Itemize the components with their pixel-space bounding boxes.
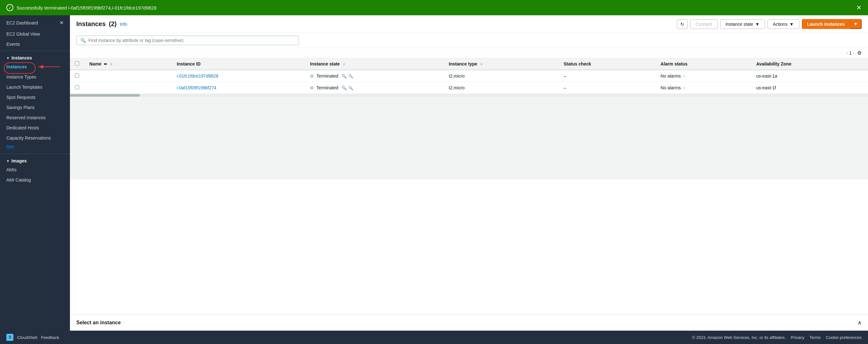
- chevron-down-icon: ▼: [6, 56, 9, 60]
- row2-alarm-text: No alarms: [661, 85, 681, 90]
- sidebar-instances-section[interactable]: ▼ Instances: [0, 52, 70, 62]
- search-input[interactable]: [88, 38, 295, 43]
- sidebar-ami-catalog-label: AMI Catalog: [6, 178, 31, 183]
- row1-add-alarm-icon[interactable]: +: [683, 73, 685, 79]
- select-instance-panel: Select an instance ∧: [70, 314, 868, 331]
- launch-instances-dropdown-button[interactable]: ▼: [850, 19, 862, 29]
- row2-status: –: [559, 82, 656, 94]
- row2-zoom-icons: 🔍 🔍: [341, 86, 354, 90]
- col-alarm-status: Alarm status: [656, 58, 751, 70]
- sidebar-events[interactable]: Events: [0, 39, 70, 49]
- row2-instance-id: i-0af15f09f199bf274: [172, 82, 305, 94]
- edit-icon: ✏: [104, 62, 107, 66]
- row1-az: us-east-1a: [751, 70, 868, 82]
- row1-state-text: Terminated: [316, 73, 338, 79]
- collapse-panel-button[interactable]: ∧: [858, 319, 862, 326]
- sidebar-item-amis[interactable]: AMIs: [0, 165, 70, 175]
- row1-alarm: No alarms +: [656, 70, 751, 82]
- sidebar-item-reserved-instances[interactable]: Reserved Instances: [0, 113, 70, 123]
- table-settings-button[interactable]: ⚙: [857, 50, 862, 56]
- instances-table-wrap: Name ✏ ▼ Instance ID Instance state ▼: [70, 58, 868, 314]
- sidebar-capacity-reservations-label: Capacity Reservations: [6, 135, 51, 140]
- toolbar: Instances (2) Info ↻ Connect Instance st…: [70, 15, 868, 33]
- select-panel-title: Select an instance: [76, 320, 121, 325]
- sidebar-events-label: Events: [6, 42, 20, 47]
- cloudshell-label: CloudShell: [17, 335, 37, 340]
- sidebar-item-spot-requests[interactable]: Spot Requests: [0, 92, 70, 102]
- launch-instances-button[interactable]: Launch instances: [802, 19, 850, 29]
- sidebar: EC2 Dashboard ✕ EC2 Global View Events ▼…: [0, 15, 70, 331]
- banner-close-button[interactable]: ✕: [856, 4, 862, 11]
- row2-checkbox[interactable]: [75, 85, 79, 89]
- footer-right: © 2023, Amazon Web Services, Inc. or its…: [692, 335, 862, 340]
- row1-instance-id-link[interactable]: i-01fc1fdce197d9828: [177, 73, 218, 79]
- main-content: Instances (2) Info ↻ Connect Instance st…: [70, 15, 868, 331]
- privacy-link[interactable]: Privacy: [791, 335, 804, 340]
- zoom-in-icon[interactable]: 🔍: [341, 74, 347, 79]
- terms-link[interactable]: Terms: [809, 335, 820, 340]
- toolbar-right: ↻ Connect Instance state ▼ Actions ▼ Lau…: [677, 19, 862, 29]
- row1-zoom-icons: 🔍 🔍: [341, 74, 354, 79]
- horizontal-scrollbar[interactable]: [70, 94, 868, 97]
- sidebar-ec2-dashboard-label: EC2 Dashboard: [6, 20, 38, 25]
- search-icon: 🔍: [81, 38, 86, 43]
- footer-left: ☡ CloudShell Feedback: [6, 334, 59, 341]
- sidebar-item-savings-plans[interactable]: Savings Plans: [0, 102, 70, 113]
- name-sort-icon[interactable]: ▼: [110, 62, 113, 66]
- empty-space: [70, 97, 868, 180]
- success-message: Successfully terminated i-0af15f09f199bf…: [17, 5, 156, 10]
- zoom-in-icon-2[interactable]: 🔍: [341, 86, 347, 90]
- row1-checkbox[interactable]: [75, 73, 79, 77]
- sidebar-dedicated-hosts-label: Dedicated Hosts: [6, 125, 39, 130]
- connect-button[interactable]: Connect: [690, 20, 718, 29]
- info-link[interactable]: Info: [120, 22, 127, 27]
- refresh-icon: ↻: [680, 22, 684, 27]
- sidebar-ec2-global-view[interactable]: EC2 Global View: [0, 29, 70, 39]
- row2-add-alarm-icon[interactable]: +: [683, 85, 685, 90]
- pagination: ‹ 1 ›: [846, 50, 855, 56]
- instance-state-button[interactable]: Instance state ▼: [720, 20, 765, 29]
- sidebar-item-ami-catalog[interactable]: AMI Catalog: [0, 175, 70, 185]
- type-sort-icon[interactable]: ▼: [480, 62, 483, 66]
- table-row: i-0af15f09f199bf274 ⊖ Terminated 🔍 🔍 t2.…: [70, 82, 868, 94]
- row1-type: t2.micro: [444, 70, 559, 82]
- row2-state: ⊖ Terminated 🔍 🔍: [305, 82, 443, 94]
- next-page-button[interactable]: ›: [853, 50, 855, 56]
- sidebar-close-icon[interactable]: ✕: [59, 20, 64, 26]
- images-chevron-icon: ▼: [6, 159, 9, 163]
- sidebar-savings-plans-label: Savings Plans: [6, 105, 35, 110]
- instances-highlight: Instances: [6, 64, 27, 69]
- row2-state-text: Terminated: [316, 85, 338, 90]
- sidebar-ec2-dashboard[interactable]: EC2 Dashboard ✕: [0, 15, 70, 29]
- col-status-check: Status check: [559, 58, 656, 70]
- feedback-link[interactable]: Feedback: [41, 335, 59, 340]
- select-all-checkbox[interactable]: [75, 61, 79, 65]
- col-availability-zone: Availability Zone: [751, 58, 868, 70]
- row1-status: –: [559, 70, 656, 82]
- scrollbar-thumb: [70, 94, 140, 97]
- col-instance-id: Instance ID: [172, 58, 305, 70]
- state-sort-icon[interactable]: ▼: [342, 62, 346, 66]
- refresh-button[interactable]: ↻: [677, 20, 688, 29]
- launch-button-group: Launch instances ▼: [802, 19, 862, 29]
- zoom-out-icon[interactable]: 🔍: [348, 74, 353, 79]
- sidebar-item-launch-templates[interactable]: Launch Templates: [0, 82, 70, 92]
- prev-page-button[interactable]: ‹: [846, 50, 848, 56]
- terminated-icon-2: ⊖: [310, 85, 314, 90]
- sidebar-item-instances[interactable]: Instances: [0, 62, 70, 72]
- col-instance-state: Instance state ▼: [305, 58, 443, 70]
- actions-button[interactable]: Actions ▼: [768, 20, 799, 29]
- actions-label: Actions: [773, 22, 787, 27]
- cookie-preferences-link[interactable]: Cookie preferences: [826, 335, 862, 340]
- sidebar-item-capacity-reservations[interactable]: Capacity Reservations: [0, 133, 70, 143]
- search-input-wrap[interactable]: 🔍: [76, 36, 299, 45]
- sidebar-item-dedicated-hosts[interactable]: Dedicated Hosts: [0, 123, 70, 133]
- table-controls: ‹ 1 › ⚙: [70, 48, 868, 58]
- row1-instance-id: i-01fc1fdce197d9828: [172, 70, 305, 82]
- sidebar-images-section[interactable]: ▼ Images: [0, 155, 70, 165]
- row2-type: t2.micro: [444, 82, 559, 94]
- zoom-out-icon-2[interactable]: 🔍: [348, 86, 353, 90]
- capacity-badge-wrap: New: [0, 143, 70, 152]
- sidebar-item-instance-types[interactable]: Instance Types: [0, 72, 70, 82]
- row2-instance-id-link[interactable]: i-0af15f09f199bf274: [177, 85, 217, 90]
